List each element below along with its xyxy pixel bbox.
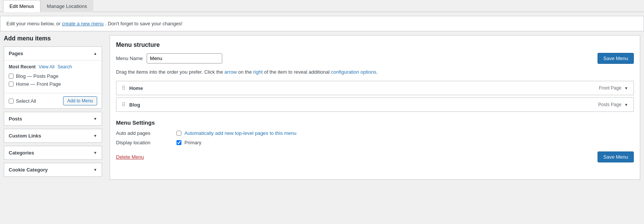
- pages-item-blog-checkbox[interactable]: [9, 74, 14, 79]
- delete-menu-button[interactable]: Delete Menu: [116, 154, 144, 160]
- auto-add-text[interactable]: Automatically add new top-level pages to…: [184, 130, 296, 136]
- pages-tab-links: Most Recent View All Search: [9, 64, 97, 70]
- drag-handle-home[interactable]: ⠿: [122, 85, 125, 91]
- accordion-posts: Posts ▼: [4, 112, 102, 126]
- panel-footer: Delete Menu Save Menu: [116, 151, 634, 162]
- accordion-custom-links-arrow: ▼: [93, 134, 97, 138]
- display-location-row: Display location Primary: [116, 140, 634, 145]
- accordion-custom-links-header[interactable]: Custom Links ▼: [4, 129, 102, 142]
- select-all-label: Select All: [16, 98, 36, 104]
- accordion-pages-content: Most Recent View All Search Blog — Posts…: [4, 60, 102, 93]
- pages-item-blog-label: Blog — Posts Page: [16, 73, 59, 79]
- save-menu-button-bottom[interactable]: Save Menu: [598, 151, 634, 162]
- auto-add-value: Automatically add new top-level pages to…: [176, 130, 296, 136]
- menu-item-blog-chevron[interactable]: ▼: [624, 103, 628, 107]
- accordion-cookie-category-arrow: ▼: [93, 168, 97, 172]
- accordion-posts-label: Posts: [9, 116, 22, 122]
- pages-item-home-label: Home — Front Page: [16, 81, 61, 87]
- info-text-before: Edit your menu below, or: [6, 21, 62, 26]
- menu-structure-title: Menu structure: [116, 42, 634, 48]
- menu-item-blog-name: Blog: [129, 102, 140, 108]
- menu-item-home-chevron[interactable]: ▼: [624, 86, 628, 90]
- accordion-categories-arrow: ▼: [93, 151, 97, 155]
- accordion-categories: Categories ▼: [4, 146, 102, 160]
- accordion-pages-label: Pages: [9, 51, 23, 56]
- info-text-after: . Don't forget to save your changes!: [105, 21, 183, 26]
- display-location-label: Display location: [116, 140, 176, 145]
- menu-settings-title: Menu Settings: [116, 119, 634, 126]
- info-bar: Edit your menu below, or create a new me…: [0, 16, 644, 31]
- menu-item-home-name: Home: [129, 85, 143, 91]
- tab-edit-menus[interactable]: Edit Menus: [3, 0, 40, 12]
- menu-item-blog: ⠿ Blog Posts Page ▼: [116, 97, 634, 112]
- drag-handle-blog[interactable]: ⠿: [122, 102, 125, 108]
- add-menu-items-title: Add menu items: [4, 35, 102, 42]
- accordion-custom-links-label: Custom Links: [9, 133, 41, 139]
- create-new-menu-link[interactable]: create a new menu: [62, 21, 104, 26]
- accordion-cookie-category-label: Cookie Category: [9, 167, 48, 173]
- menu-name-label: Menu Name: [116, 56, 143, 61]
- pages-tab-most-recent[interactable]: Most Recent: [9, 64, 36, 70]
- menu-item-home-type: Front Page: [599, 85, 621, 91]
- accordion-categories-label: Categories: [9, 150, 34, 156]
- accordion-categories-header[interactable]: Categories ▼: [4, 146, 102, 159]
- instruction-arrow-text: arrow: [224, 69, 237, 75]
- accordion-posts-header[interactable]: Posts ▼: [4, 112, 102, 125]
- content-area: Add menu items Pages ▲ Most Recent View …: [0, 35, 644, 180]
- primary-location-checkbox[interactable]: [176, 140, 181, 145]
- select-all-wrap: Select All: [9, 98, 36, 104]
- instruction-config-text: configuration options: [331, 69, 376, 75]
- select-all-checkbox[interactable]: [9, 99, 14, 104]
- accordion-pages-footer: Select All Add to Menu: [4, 93, 102, 108]
- menu-item-blog-type: Posts Page: [598, 102, 621, 107]
- menu-name-row: Menu Name Save Menu: [116, 53, 634, 64]
- accordion-custom-links: Custom Links ▼: [4, 129, 102, 143]
- auto-add-label: Auto add pages: [116, 130, 176, 136]
- menu-item-home: ⠿ Home Front Page ▼: [116, 81, 634, 95]
- menu-item-home-left: ⠿ Home: [122, 85, 143, 91]
- save-menu-button-top[interactable]: Save Menu: [598, 53, 634, 64]
- pages-item-home-checkbox[interactable]: [9, 82, 14, 87]
- pages-item-home: Home — Front Page: [9, 81, 97, 87]
- pages-tab-search[interactable]: Search: [57, 64, 72, 70]
- instruction-text: Drag the items into the order you prefer…: [116, 69, 634, 75]
- instruction-right-text: right: [253, 69, 263, 75]
- accordion-pages: Pages ▲ Most Recent View All Search Blog…: [4, 46, 102, 109]
- accordion-pages-arrow-up: ▲: [93, 51, 97, 56]
- accordion-pages-header[interactable]: Pages ▲: [4, 47, 102, 60]
- menu-item-blog-right: Posts Page ▼: [598, 102, 628, 107]
- menu-item-home-right: Front Page ▼: [599, 85, 628, 91]
- accordion-cookie-category: Cookie Category ▼: [4, 163, 102, 177]
- display-location-value: Primary: [176, 140, 201, 145]
- right-panel: Menu structure Menu Name Save Menu Drag …: [110, 35, 640, 180]
- accordion-posts-arrow: ▼: [93, 117, 97, 121]
- left-panel: Add menu items Pages ▲ Most Recent View …: [4, 35, 102, 180]
- primary-location-label: Primary: [184, 140, 201, 145]
- auto-add-checkbox[interactable]: [176, 131, 181, 136]
- pages-item-blog: Blog — Posts Page: [9, 73, 97, 79]
- accordion-cookie-category-header[interactable]: Cookie Category ▼: [4, 163, 102, 176]
- menu-name-input[interactable]: [147, 53, 222, 63]
- menu-name-inner: Menu Name: [116, 53, 222, 63]
- tab-manage-locations[interactable]: Manage Locations: [40, 0, 93, 12]
- tab-bar: Edit Menus Manage Locations: [0, 0, 644, 12]
- menu-item-blog-left: ⠿ Blog: [122, 102, 140, 108]
- auto-add-row: Auto add pages Automatically add new top…: [116, 130, 634, 136]
- pages-tab-view-all[interactable]: View All: [39, 64, 54, 70]
- add-to-menu-button[interactable]: Add to Menu: [63, 96, 97, 105]
